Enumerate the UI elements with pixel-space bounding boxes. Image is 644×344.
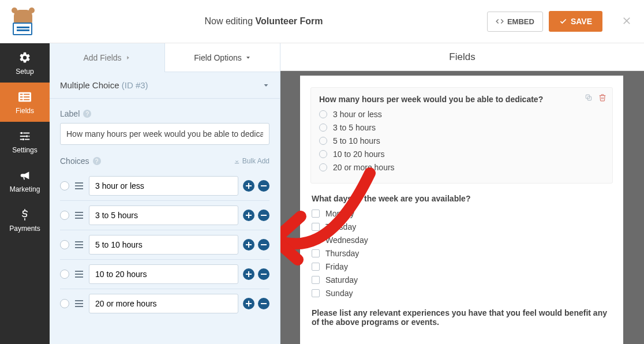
add-choice-button[interactable] [243, 180, 254, 192]
choice-default-radio[interactable] [60, 240, 69, 249]
add-choice-button[interactable] [243, 298, 254, 309]
preview-option[interactable]: Thursday [312, 249, 612, 258]
preview-field-selected[interactable]: How many hours per week would you be abl… [310, 87, 613, 184]
preview-option[interactable]: 20 or more hours [319, 163, 604, 172]
add-choice-button[interactable] [243, 268, 254, 280]
chevron-down-icon [263, 82, 269, 89]
form-icon [18, 91, 31, 103]
radio-icon [319, 110, 327, 118]
duplicate-button[interactable] [585, 94, 593, 103]
preview-option[interactable]: 10 to 20 hours [319, 149, 604, 159]
checkbox-icon [312, 210, 320, 218]
sidebar-item-setup[interactable]: Setup [0, 43, 50, 83]
preview-option[interactable]: 5 to 10 hours [319, 136, 604, 145]
choice-input[interactable] [89, 264, 238, 284]
choice-default-radio[interactable] [60, 181, 69, 190]
svg-rect-2 [24, 94, 29, 95]
option-label: Sunday [325, 289, 353, 298]
preview-option[interactable]: 3 to 5 hours [319, 123, 604, 132]
tab-add-fields[interactable]: Add Fields [50, 43, 165, 72]
minus-icon [261, 212, 267, 218]
sidebar-label: Marketing [10, 185, 40, 193]
preview-option[interactable]: 3 hour or less [319, 110, 604, 119]
help-icon[interactable]: ? [93, 157, 101, 165]
choice-input[interactable] [89, 235, 238, 255]
preview-field[interactable]: What days of the week are you available?… [310, 194, 613, 298]
add-choice-button[interactable] [243, 210, 254, 221]
choice-default-radio[interactable] [60, 211, 69, 220]
svg-rect-6 [24, 99, 29, 100]
svg-rect-19 [261, 274, 267, 275]
bulk-add-link[interactable]: Bulk Add [234, 157, 269, 165]
editing-title: Now editing Volunteer Form [40, 16, 487, 27]
add-choice-button[interactable] [243, 239, 254, 250]
sidebar-item-settings[interactable]: Settings [0, 122, 50, 161]
option-label: 10 to 20 hours [333, 149, 385, 159]
save-label: SAVE [571, 17, 592, 26]
sliders-icon [18, 130, 31, 143]
remove-choice-button[interactable] [258, 180, 269, 192]
remove-choice-button[interactable] [258, 298, 269, 309]
tab-label: Field Options [194, 53, 241, 62]
panel-body: Label ? Choices ? Bulk Add [50, 99, 280, 328]
drag-handle-icon[interactable] [74, 182, 84, 189]
drag-handle-icon[interactable] [74, 300, 84, 307]
svg-rect-20 [261, 303, 267, 304]
preview-option[interactable]: Saturday [312, 275, 612, 285]
sidebar-label: Fields [16, 107, 34, 115]
option-label: Wednesday [325, 235, 368, 245]
remove-choice-button[interactable] [258, 268, 269, 280]
app-header: Now editing Volunteer Form EMBED SAVE [0, 0, 644, 43]
tab-field-options[interactable]: Field Options [165, 43, 280, 72]
svg-rect-15 [25, 139, 29, 140]
sidebar-item-fields[interactable]: Fields [0, 83, 50, 122]
code-icon [496, 17, 504, 25]
choice-default-radio[interactable] [60, 270, 69, 279]
radio-icon [319, 163, 327, 171]
remove-choice-button[interactable] [258, 210, 269, 221]
drag-handle-icon[interactable] [74, 241, 84, 248]
embed-button[interactable]: EMBED [487, 12, 543, 32]
svg-rect-8 [23, 133, 29, 134]
radio-icon [319, 137, 327, 145]
close-button[interactable] [621, 15, 632, 28]
choice-default-radio[interactable] [60, 299, 69, 308]
remove-choice-button[interactable] [258, 239, 269, 250]
minus-icon [261, 271, 267, 277]
option-label: Thursday [325, 249, 359, 258]
bulk-add-label: Bulk Add [242, 157, 269, 165]
help-icon[interactable]: ? [83, 110, 91, 118]
save-button[interactable]: SAVE [549, 11, 602, 32]
preview-option[interactable]: Tuesday [312, 222, 612, 231]
delete-button[interactable] [598, 94, 606, 103]
option-label: 3 to 5 hours [333, 123, 376, 132]
gear-icon [18, 51, 31, 64]
field-label-input[interactable] [60, 123, 269, 145]
sidebar-item-marketing[interactable]: Marketing [0, 161, 50, 200]
minus-icon [261, 183, 267, 189]
choice-input[interactable] [89, 205, 238, 225]
app-logo [6, 4, 40, 39]
left-sidebar: Setup Fields Settings Marketing Payments [0, 43, 50, 344]
plus-icon [246, 212, 252, 218]
svg-rect-5 [20, 99, 23, 100]
choices-list [60, 171, 269, 318]
field-section-header[interactable]: Multiple Choice (ID #3) [50, 72, 280, 99]
drag-handle-icon[interactable] [74, 212, 84, 219]
choice-row [60, 171, 269, 200]
plus-icon [246, 183, 252, 189]
preview-field[interactable]: Please list any relevant experiences you… [310, 308, 613, 327]
sidebar-item-payments[interactable]: Payments [0, 200, 50, 240]
preview-option[interactable]: Friday [312, 262, 612, 271]
choice-input[interactable] [89, 176, 238, 196]
minus-icon [261, 301, 267, 306]
preview-option[interactable]: Wednesday [312, 235, 612, 245]
sidebar-label: Payments [9, 225, 40, 233]
preview-option[interactable]: Monday [312, 209, 612, 218]
choice-input[interactable] [89, 294, 238, 313]
option-label: 3 hour or less [333, 110, 382, 119]
preview-option[interactable]: Sunday [312, 289, 612, 298]
svg-rect-3 [20, 96, 23, 98]
svg-rect-18 [261, 244, 267, 245]
drag-handle-icon[interactable] [74, 271, 84, 278]
